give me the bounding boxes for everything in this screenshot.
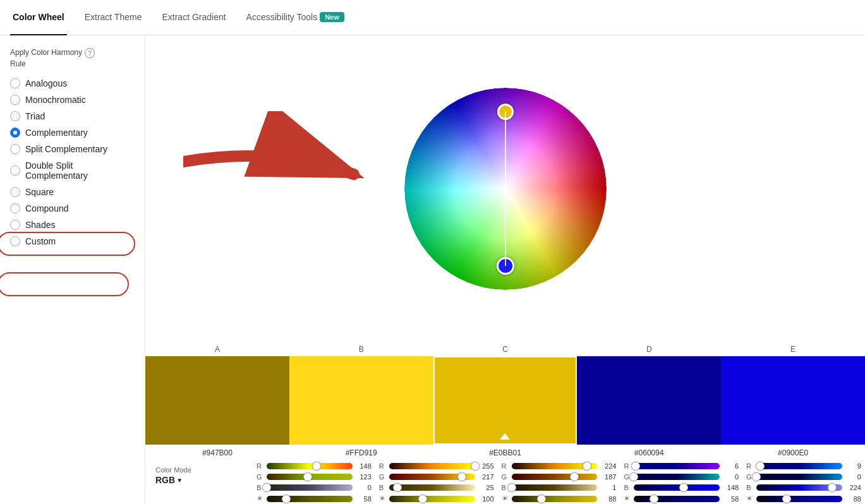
- slider-value-☀-2: 88: [600, 495, 616, 503]
- color-mode-select[interactable]: RGB ▼: [155, 475, 243, 485]
- slider-track-☀-2[interactable]: [512, 496, 598, 502]
- slider-label-G: G: [379, 473, 387, 481]
- slider-label-G: G: [257, 473, 264, 481]
- slider-track-G-4[interactable]: [756, 474, 842, 480]
- slider-track-B-3[interactable]: [634, 484, 720, 491]
- hex-value-D: #060094: [577, 448, 721, 457]
- slider-track-R-1[interactable]: [389, 463, 475, 469]
- slider-track-☀-1[interactable]: [389, 496, 475, 502]
- slider-label-☀: ☀: [257, 495, 264, 503]
- slider-thumb-B-1[interactable]: [393, 483, 402, 492]
- tab-color-wheel[interactable]: Color Wheel: [10, 0, 67, 35]
- slider-thumb-B-4[interactable]: [828, 483, 837, 492]
- slider-track-☀-0[interactable]: [267, 496, 353, 502]
- slider-track-R-4[interactable]: [756, 463, 842, 469]
- hex-row: #947B00#FFD919#E0BB01#060094#0900E0: [145, 445, 865, 461]
- slider-thumb-R-2[interactable]: [583, 462, 591, 471]
- slider-thumb-R-4[interactable]: [756, 462, 765, 471]
- wheel-handle-bottom[interactable]: [497, 257, 514, 275]
- tab-extract-theme[interactable]: Extract Theme: [82, 0, 145, 35]
- slider-thumb-G-0[interactable]: [303, 472, 312, 481]
- right-panel: ABCDE #947B00#FFD919#E0BB01#060094#0900E…: [145, 35, 865, 504]
- slider-row-☀-3: ☀58: [624, 495, 739, 503]
- slider-track-G-0[interactable]: [267, 474, 353, 480]
- slider-thumb-☀-1[interactable]: [418, 495, 427, 503]
- slider-label-☀: ☀: [624, 495, 631, 503]
- slider-track-B-4[interactable]: [756, 484, 842, 491]
- slider-track-☀-3[interactable]: [634, 496, 720, 502]
- slider-value-G-3: 0: [722, 473, 739, 481]
- slider-thumb-☀-4[interactable]: [782, 495, 791, 503]
- color-wheel-wrapper[interactable]: [404, 88, 607, 290]
- wheel-area: [145, 35, 865, 342]
- slider-cols: R148G123B0☀58R255G217B25☀100R224G187B1☀8…: [253, 461, 865, 504]
- slider-thumb-☀-3[interactable]: [650, 495, 658, 503]
- slider-label-R: R: [502, 462, 509, 470]
- hex-value-E: #0900E0: [721, 448, 865, 457]
- radio-item-triad[interactable]: Triad: [10, 111, 135, 121]
- slider-thumb-B-0[interactable]: [262, 483, 271, 492]
- radio-item-split-complementary[interactable]: Split Complementary: [10, 144, 135, 154]
- chevron-down-icon: ▼: [176, 477, 183, 484]
- slider-thumb-R-3[interactable]: [631, 462, 640, 471]
- slider-track-B-2[interactable]: [512, 484, 598, 491]
- radio-item-square[interactable]: Square: [10, 187, 135, 197]
- swatch-E[interactable]: [721, 356, 865, 445]
- swatch-label-C: C: [433, 342, 578, 356]
- radio-item-compound[interactable]: Compound: [10, 203, 135, 213]
- slider-row-B-0: B0: [257, 484, 372, 491]
- radio-item-custom[interactable]: Custom: [10, 236, 135, 246]
- slider-thumb-R-0[interactable]: [312, 462, 321, 471]
- radio-label: Triad: [25, 111, 45, 121]
- slider-thumb-B-3[interactable]: [679, 483, 688, 492]
- slider-col-4: R9G0B224☀88: [742, 461, 865, 504]
- wheel-handle-top[interactable]: [497, 104, 514, 120]
- slider-thumb-B-2[interactable]: [507, 483, 516, 492]
- slider-thumb-G-1[interactable]: [457, 472, 466, 481]
- slider-thumb-G-4[interactable]: [752, 472, 761, 481]
- slider-col-3: R6G0B148☀58: [620, 461, 742, 504]
- swatch-C[interactable]: [433, 356, 578, 445]
- tab-accessibility-tools[interactable]: Accessibility Tools New: [244, 0, 347, 35]
- radio-item-double-split-complementary[interactable]: Double Split Complementary: [10, 160, 135, 181]
- radio-item-complementary[interactable]: Complementary: [10, 128, 135, 138]
- radio-item-analogous[interactable]: Analogous: [10, 78, 135, 88]
- slider-label-☀: ☀: [379, 495, 387, 503]
- swatch-D[interactable]: [577, 356, 721, 445]
- hex-value-B: #FFD919: [289, 448, 433, 457]
- slider-thumb-☀-2[interactable]: [537, 495, 546, 503]
- slider-track-B-1[interactable]: [389, 484, 475, 491]
- slider-track-G-3[interactable]: [634, 474, 720, 480]
- slider-track-R-3[interactable]: [634, 463, 720, 469]
- slider-track-B-0[interactable]: [267, 484, 353, 491]
- tab-extract-gradient[interactable]: Extract Gradient: [159, 0, 228, 35]
- slider-thumb-☀-0[interactable]: [282, 495, 291, 503]
- bottom-section: ABCDE #947B00#FFD919#E0BB01#060094#0900E…: [145, 342, 865, 504]
- swatches-row: [145, 356, 865, 445]
- swatch-selected-indicator: [500, 433, 510, 440]
- slider-track-G-2[interactable]: [512, 474, 598, 480]
- slider-value-R-3: 6: [722, 462, 739, 470]
- slider-track-R-2[interactable]: [512, 463, 598, 469]
- slider-track-☀-4[interactable]: [756, 496, 842, 502]
- slider-thumb-G-2[interactable]: [570, 472, 579, 481]
- slider-track-R-0[interactable]: [267, 463, 353, 469]
- swatch-A[interactable]: [145, 356, 289, 445]
- slider-col-2: R224G187B1☀88: [498, 461, 620, 504]
- slider-value-R-4: 9: [845, 462, 861, 470]
- tab-bar: Color Wheel Extract Theme Extract Gradie…: [0, 0, 865, 35]
- main-layout: Apply Color Harmony ? Rule AnalogousMono…: [0, 35, 865, 504]
- radio-item-monochromatic[interactable]: Monochromatic: [10, 95, 135, 105]
- slider-value-B-4: 224: [845, 484, 861, 491]
- radio-label: Split Complementary: [25, 144, 107, 154]
- radio-label: Shades: [25, 220, 55, 230]
- left-panel: Apply Color Harmony ? Rule AnalogousMono…: [0, 35, 145, 504]
- radio-group: AnalogousMonochromaticTriadComplementary…: [10, 78, 135, 246]
- radio-label: Square: [25, 187, 54, 197]
- help-icon[interactable]: ?: [85, 48, 95, 58]
- slider-thumb-R-1[interactable]: [471, 462, 480, 471]
- radio-item-shades[interactable]: Shades: [10, 220, 135, 230]
- slider-thumb-G-3[interactable]: [629, 472, 638, 481]
- slider-track-G-1[interactable]: [389, 474, 475, 480]
- swatch-B[interactable]: [289, 356, 433, 445]
